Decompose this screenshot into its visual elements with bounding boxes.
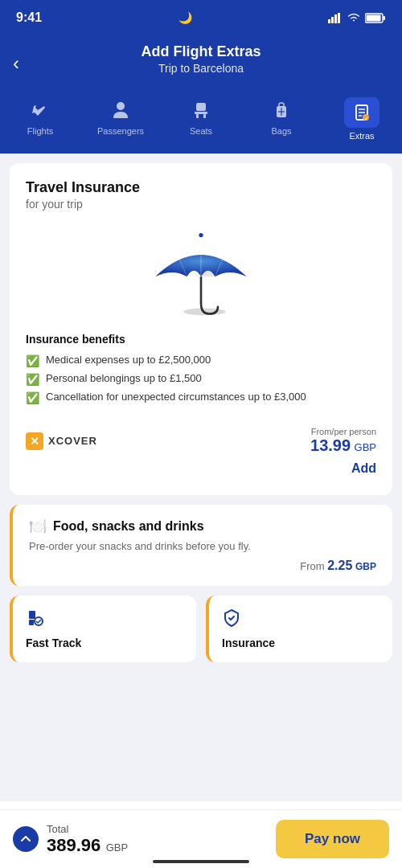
status-moon-icon: 🌙 bbox=[178, 11, 192, 24]
total-section: Total 389.96 GBP bbox=[13, 823, 128, 856]
extras-label: Extras bbox=[349, 131, 374, 141]
insurance-footer: ✕ XCOVER From/per person 13.99 GBP bbox=[26, 417, 376, 455]
svg-rect-11 bbox=[203, 114, 206, 118]
svg-rect-3 bbox=[338, 13, 340, 23]
svg-point-26 bbox=[183, 309, 226, 316]
insurance-card-2[interactable]: Insurance bbox=[206, 596, 392, 662]
food-card[interactable]: 🍽️ Food, snacks and drinks Pre-order you… bbox=[10, 505, 392, 586]
svg-rect-8 bbox=[196, 103, 206, 111]
food-title: Food, snacks and drinks bbox=[53, 519, 204, 534]
home-indicator bbox=[153, 860, 249, 863]
total-currency: GBP bbox=[106, 841, 128, 854]
insurance-currency: GBP bbox=[355, 441, 376, 453]
seats-label: Seats bbox=[190, 126, 212, 136]
svg-rect-6 bbox=[367, 14, 381, 21]
svg-point-7 bbox=[117, 102, 125, 110]
expand-total-button[interactable] bbox=[13, 826, 39, 852]
food-description: Pre-order your snacks and drinks before … bbox=[29, 540, 376, 552]
svg-rect-0 bbox=[328, 19, 330, 23]
flights-label: Flights bbox=[27, 126, 53, 136]
svg-rect-28 bbox=[29, 620, 34, 625]
food-icon: 🍽️ bbox=[29, 518, 47, 535]
fast-track-title: Fast Track bbox=[26, 637, 183, 649]
svg-point-24 bbox=[199, 233, 203, 237]
pay-now-button[interactable]: Pay now bbox=[276, 820, 389, 858]
insurance-card-2-title: Insurance bbox=[222, 637, 379, 649]
total-label: Total bbox=[47, 823, 128, 835]
benefit-text-1: Medical expenses up to £2,500,000 bbox=[46, 354, 211, 366]
benefit-item-2: ✅ Personal belongings up to £1,500 bbox=[26, 372, 376, 386]
benefit-check-icon-2: ✅ bbox=[26, 373, 39, 386]
tab-extras[interactable]: ✓ Extras bbox=[338, 97, 386, 141]
svg-rect-2 bbox=[334, 14, 337, 23]
benefit-check-icon-3: ✅ bbox=[26, 391, 39, 404]
header: ‹ Add Flight Extras Trip to Barcelona bbox=[0, 35, 402, 91]
food-header: 🍽️ Food, snacks and drinks bbox=[29, 518, 376, 535]
add-button-row: Add bbox=[26, 455, 376, 479]
extras-icon: ✓ bbox=[344, 97, 379, 128]
food-price-amount: 2.25 bbox=[327, 559, 352, 572]
food-price-row: From 2.25 GBP bbox=[29, 559, 376, 573]
benefit-check-icon-1: ✅ bbox=[26, 354, 39, 367]
add-insurance-button[interactable]: Add bbox=[351, 461, 376, 476]
total-amount: 389.96 bbox=[47, 835, 100, 855]
tab-flights[interactable]: Flights bbox=[16, 97, 64, 141]
food-currency: GBP bbox=[355, 561, 376, 572]
insurance-price: 13.99 bbox=[310, 436, 351, 454]
status-time: 9:41 bbox=[16, 10, 42, 25]
insurance-subtitle: for your trip bbox=[26, 198, 376, 211]
nav-tabs: Flights Passengers Seats bbox=[0, 91, 402, 154]
tab-passengers[interactable]: Passengers bbox=[96, 97, 145, 141]
signal-icon bbox=[328, 13, 343, 23]
svg-rect-9 bbox=[195, 112, 207, 114]
header-title: Add Flight Extras bbox=[16, 43, 386, 60]
bottom-cards-row: Fast Track Insurance bbox=[10, 596, 392, 662]
insurance-card-icon bbox=[222, 608, 379, 632]
benefit-text-2: Personal belongings up to £1,500 bbox=[46, 372, 202, 384]
benefits-title: Insurance benefits bbox=[26, 333, 376, 346]
seats-icon bbox=[188, 97, 214, 123]
status-bar: 9:41 🌙 bbox=[0, 0, 402, 35]
umbrella-illustration bbox=[26, 223, 376, 320]
svg-rect-1 bbox=[331, 17, 334, 23]
svg-rect-5 bbox=[384, 16, 386, 20]
passengers-icon bbox=[108, 97, 133, 123]
total-info: Total 389.96 GBP bbox=[47, 823, 128, 856]
travel-insurance-card: Travel Insurance for your trip bbox=[10, 163, 392, 495]
benefit-text-3: Cancellation for unexpected circumstance… bbox=[46, 391, 306, 403]
svg-rect-27 bbox=[29, 611, 35, 619]
battery-icon bbox=[365, 13, 386, 23]
bags-label: Bags bbox=[271, 126, 291, 136]
insurance-title: Travel Insurance bbox=[26, 179, 376, 196]
xcover-icon: ✕ bbox=[26, 432, 43, 450]
benefit-item-3: ✅ Cancellation for unexpected circumstan… bbox=[26, 391, 376, 404]
header-subtitle: Trip to Barcelona bbox=[16, 62, 386, 75]
bags-icon bbox=[269, 97, 294, 123]
tab-bags[interactable]: Bags bbox=[257, 97, 306, 141]
main-content: Travel Insurance for your trip bbox=[0, 154, 402, 801]
svg-text:✓: ✓ bbox=[364, 117, 368, 121]
status-icons bbox=[328, 13, 386, 23]
food-from-label: From bbox=[300, 560, 324, 572]
xcover-logo: ✕ XCOVER bbox=[26, 432, 97, 450]
tab-seats[interactable]: Seats bbox=[177, 97, 225, 141]
price-from-label: From/per person bbox=[310, 427, 376, 436]
flights-icon bbox=[27, 97, 53, 123]
benefit-item-1: ✅ Medical expenses up to £2,500,000 bbox=[26, 354, 376, 367]
passengers-label: Passengers bbox=[97, 126, 144, 136]
fast-track-card[interactable]: Fast Track bbox=[10, 596, 196, 662]
fast-track-icon bbox=[26, 608, 183, 632]
xcover-text: XCOVER bbox=[48, 435, 97, 447]
svg-rect-10 bbox=[196, 114, 199, 118]
wifi-icon bbox=[347, 13, 360, 23]
insurance-price-section: From/per person 13.99 GBP bbox=[310, 427, 376, 455]
